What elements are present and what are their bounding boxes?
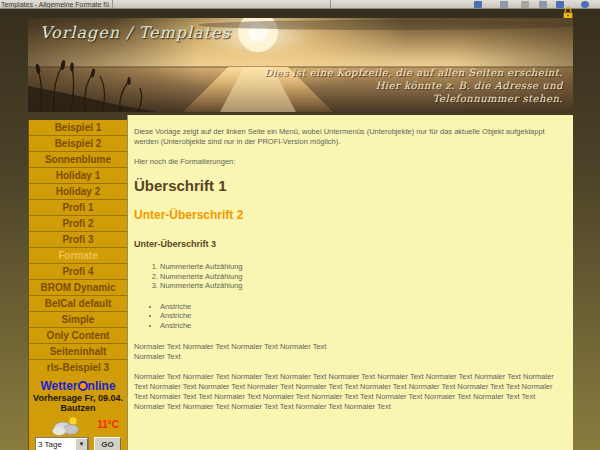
sidebar-item-rls-beispiel-3[interactable]: rls-Beispiel 3 xyxy=(29,359,127,375)
sidebar-item-profi-2[interactable]: Profi 2 xyxy=(29,215,127,231)
sidebar-item-seiteninhalt[interactable]: Seiteninhalt xyxy=(29,343,127,359)
browser-toolbar-icon[interactable] xyxy=(539,1,547,8)
header-tagline: Dies ist eine Kopfzeile, die auf allen S… xyxy=(264,66,563,105)
forecast-row: 11°C xyxy=(29,414,127,436)
tab-divider xyxy=(330,0,331,9)
sidebar-item-formate[interactable]: Formate xyxy=(29,247,127,263)
sidebar-item-profi-3[interactable]: Profi 3 xyxy=(29,231,127,247)
tab-divider xyxy=(112,0,113,9)
sidebar-item-beispiel-1[interactable]: Beispiel 1 xyxy=(29,120,127,135)
normal-text-paragraph-long: Normaler Text Normaler Text Normaler Tex… xyxy=(134,372,565,412)
sidebar-item-holiday-2[interactable]: Holiday 2 xyxy=(29,183,127,199)
wetteronline-logo[interactable]: Wetternline xyxy=(29,380,127,393)
temperature-value: 11°C xyxy=(97,419,119,430)
numbered-list-item: Nummerierte Aufzählung xyxy=(160,281,565,291)
weather-range-select[interactable]: 3 Tage ▼ xyxy=(35,437,89,450)
tagline-line: Dies ist eine Kopfzeile, die auf allen S… xyxy=(264,66,563,79)
tagline-line: Telefonnummer stehen. xyxy=(264,92,563,105)
weather-widget: Wetternline Vorhersage Fr, 09.04. Bautze… xyxy=(29,380,127,450)
numbered-list-item: Nummerierte Aufzählung xyxy=(160,272,565,282)
page-background: Vorlagen / Templates Dies ist eine Kopfz… xyxy=(0,9,600,450)
intro-paragraph: Diese Vorlage zeigt auf der linken Seite… xyxy=(134,127,565,147)
browser-toolbar-icon[interactable] xyxy=(500,1,508,8)
browser-toolbar-icon[interactable] xyxy=(581,1,589,8)
numbered-list: Nummerierte Aufzählung Nummerierte Aufzä… xyxy=(134,262,565,291)
sidebar-item-profi-4[interactable]: Profi 4 xyxy=(29,263,127,279)
sidebar-item-sonnenblume[interactable]: Sonnenblume xyxy=(29,151,127,167)
weather-controls: 3 Tage ▼ GO xyxy=(29,437,127,450)
weather-go-button[interactable]: GO xyxy=(94,437,121,450)
sun-logo-icon xyxy=(78,381,88,391)
numbered-list-item: Nummerierte Aufzählung xyxy=(160,262,565,272)
forecast-date: Vorhersage Fr, 09.04. xyxy=(29,393,127,403)
normal-text-line: Normaler Text Normaler Text Normaler Tex… xyxy=(134,342,326,351)
forecast-city: Bautzen xyxy=(29,403,127,413)
logo-text-wetter: Wetter xyxy=(40,379,77,393)
formats-lead-line: Hier noch die Formatierungen: xyxy=(134,157,565,167)
bullet-list-item: Anstriche xyxy=(160,321,565,331)
content-area: Diese Vorlage zeigt auf der linken Seite… xyxy=(127,115,573,450)
header-banner: Vorlagen / Templates Dies ist eine Kopfz… xyxy=(28,18,573,112)
sidebar-item-only-content[interactable]: Only Content xyxy=(29,327,127,343)
sidebar-item-simple[interactable]: Simple xyxy=(29,311,127,327)
browser-tab-bar: Templates - Allgemeine Formate für Texte… xyxy=(0,0,600,9)
cloud-sun-icon xyxy=(51,414,85,436)
bullet-list: Anstriche Anstriche Anstriche xyxy=(134,302,565,331)
browser-toolbar-icon[interactable] xyxy=(474,1,482,8)
chevron-down-icon[interactable]: ▼ xyxy=(75,438,88,450)
sidebar-item-belcal-default[interactable]: BelCal default xyxy=(29,295,127,311)
bullet-list-item: Anstriche xyxy=(160,302,565,312)
heading-1: Überschrift 1 xyxy=(134,177,565,194)
browser-tab-title[interactable]: Templates - Allgemeine Formate für Texte… xyxy=(1,0,109,9)
normal-text-line: Normaler Text xyxy=(134,352,181,361)
sidebar-item-beispiel-2[interactable]: Beispiel 2 xyxy=(29,135,127,151)
heading-2: Unter-Überschrift 2 xyxy=(134,209,565,222)
weather-range-value: 3 Tage xyxy=(36,440,75,449)
sidebar-menu: Beispiel 1 Beispiel 2 Sonnenblume Holida… xyxy=(28,120,127,450)
heading-3: Unter-Überschrift 3 xyxy=(134,239,565,249)
sidebar-item-profi-1[interactable]: Profi 1 xyxy=(29,199,127,215)
browser-toolbar-icon[interactable] xyxy=(521,1,529,8)
sidebar-item-brom-dynamic[interactable]: BROM Dynamic xyxy=(29,279,127,295)
site-title: Vorlagen / Templates xyxy=(40,23,231,42)
sidebar-item-holiday-1[interactable]: Holiday 1 xyxy=(29,167,127,183)
bullet-list-item: Anstriche xyxy=(160,311,565,321)
tagline-line: Hier könnte z. B. die Adresse und xyxy=(264,79,563,92)
normal-text-paragraph-short: Normaler Text Normaler Text Normaler Tex… xyxy=(134,342,565,362)
logo-text-online: nline xyxy=(88,379,116,393)
